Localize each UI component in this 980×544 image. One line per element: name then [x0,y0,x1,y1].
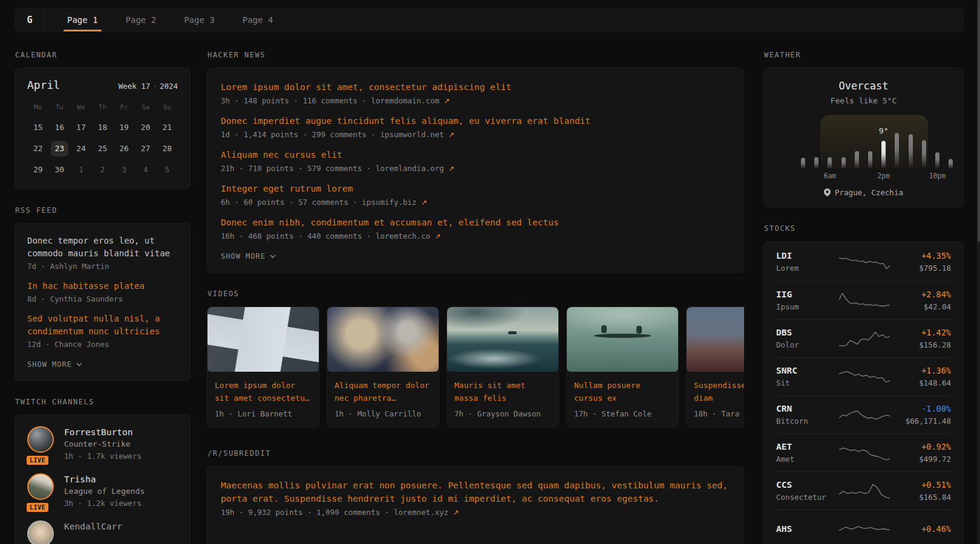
stock-sparkline [839,404,890,425]
hackernews-item-domain-link[interactable]: loremlandia.org [376,164,444,173]
stock-sparkline-wrap [835,328,893,349]
video-title-link[interactable]: Nullam posuerecursus ex [574,379,671,404]
live-badge: LIVE [25,502,50,513]
video-text: Lorem ipsum dolorsit amet consectetu… 1h… [207,372,319,427]
hackernews-item-title-link[interactable]: Lorem ipsum dolor sit amet, consectetur … [221,80,730,94]
hackernews-item-domain-link[interactable]: ipsumworld.net [380,130,443,139]
video-title-link[interactable]: Aliquam tempor dolornec pharetra… [335,379,431,404]
subreddit-item-domain-link[interactable]: loremnet.xyz [394,508,448,517]
twitch-channel-name[interactable]: KendallCarr [64,520,122,533]
calendar-grid: MoTuWeThFrSaSu15161718192021222324252627… [27,101,178,178]
stock-sparkline [839,481,890,501]
rss-show-more-button[interactable]: SHOW MORE [27,360,82,369]
calendar-week-year: Week 17·2024 [119,82,178,91]
video-text: Suspendissediam 18h · Tara [687,372,744,427]
hackernews-section-title: HACKER NEWS [207,51,744,59]
stock-values: +4.35% $795.18 [893,250,951,274]
twitch-channel-row[interactable]: KendallCarr [27,520,178,544]
logo[interactable]: G [15,8,45,31]
twitch-channel-name[interactable]: ForrestBurton [64,426,142,438]
weather-bar [841,157,846,169]
video-thumbnail [207,307,319,372]
rss-item-title-link[interactable]: Donec tempor eros leo, ut commodo mauris… [27,235,178,260]
video-meta: 1h · Molly Carrillo [335,409,431,418]
stock-sparkline-wrap [835,481,893,501]
stock-ticker: AHS [776,523,835,535]
video-card[interactable]: Nullam posuerecursus ex 17h · Stefan Col… [566,306,679,427]
chevron-down-icon [76,363,82,366]
stock-identity: IIG Ipsum [776,289,835,312]
video-card[interactable]: Aliquam tempor dolornec pharetra… 1h · M… [327,306,439,427]
calendar-week: Week 17 [119,82,151,91]
stock-name: Lorem [776,263,835,274]
hackernews-item-title-link[interactable]: Integer eget rutrum lorem [221,182,730,195]
stocks-section-title: STOCKS [764,224,964,233]
stock-name: Ipsum [776,302,835,312]
rss-card: Donec tempor eros leo, ut commodo mauris… [15,223,191,381]
twitch-channel-viewers: 1h · 1.7k viewers [64,450,142,462]
hackernews-item-meta: 16h · 468 points · 440 comments · loremt… [221,232,730,241]
calendar-widget: CALENDAR April Week 17·2024 MoTuWeThFrSa… [15,51,191,189]
hackernews-item-domain-link[interactable]: ipsumify.biz [362,198,416,207]
twitch-channel-row[interactable]: LIVE Trisha League of Legends 3h · 1.2k … [27,473,178,509]
scrollbar-thumb[interactable] [978,0,980,242]
twitch-channel-name[interactable]: Trisha [64,473,145,485]
video-card[interactable]: Mauris sit ametmassa felis 7h · Grayson … [446,306,559,427]
video-meta: 7h · Grayson Dawson [454,409,551,418]
weather-widget: WEATHER Overcast Feels like 5°C 9° 6am2p… [763,51,964,207]
video-card[interactable]: Lorem ipsum dolorsit amet consectetu… 1h… [207,306,319,427]
calendar-day: 25 [94,141,112,157]
calendar-day: 16 [51,120,69,135]
tab-page-3[interactable]: Page 3 [170,8,229,31]
video-title-link[interactable]: Lorem ipsum dolorsit amet consectetu… [215,379,312,404]
weather-section-title: WEATHER [764,51,964,59]
hackernews-show-more-button[interactable]: SHOW MORE [221,252,276,261]
hackernews-item-domain-link[interactable]: loremdomain.com [371,96,439,105]
stocks-card: LDI Lorem +4.35% $795.18 IIG Ipsum +2.84… [763,241,964,544]
weather-location-row: Prague, Czechia [776,188,951,197]
stock-values: +2.84% $42.04 [893,289,951,312]
video-card[interactable]: Suspendissediam 18h · Tara [686,306,744,427]
hackernews-item-title-link[interactable]: Aliquam nec cursus elit [221,148,730,161]
video-thumbnail [327,307,439,372]
stock-values: +0.51% $165.84 [893,479,951,503]
weather-bar [801,158,805,169]
calendar-separator: · [150,82,160,91]
calendar-day: 21 [158,120,176,135]
stock-change: +1.36% [893,365,951,377]
subreddit-item: Maecenas mollis pulvinar erat non posuer… [221,479,730,517]
hackernews-item-title-link[interactable]: Donec imperdiet augue tincidunt felis al… [221,114,730,128]
stock-identity: LDI Lorem [776,250,835,274]
hackernews-item-domain-link[interactable]: loremtech.co [376,232,430,241]
calendar-day: 19 [115,120,133,135]
calendar-weekday: We [70,101,92,114]
page-tabs: Page 1Page 2Page 3Page 4 [53,8,287,31]
chevron-down-icon [270,254,276,258]
stock-values: +1.36% $148.64 [893,365,951,389]
weather-bar-current [881,141,886,169]
rss-item-title-link[interactable]: Sed volutpat nulla nisl, a condimentum n… [27,312,178,338]
twitch-channel-info: Trisha League of Legends 3h · 1.2k viewe… [64,473,145,509]
video-title-link[interactable]: Mauris sit ametmassa felis [454,379,551,404]
hackernews-item-title-link[interactable]: Donec enim nibh, condimentum et accumsan… [221,216,730,229]
tab-page-1[interactable]: Page 1 [53,8,112,31]
calendar-day: 28 [158,141,176,157]
top-navbar: G Page 1Page 2Page 3Page 4 [15,8,964,32]
subreddit-item-title-link[interactable]: Maecenas mollis pulvinar erat non posuer… [221,479,730,505]
twitch-channel-row[interactable]: LIVE ForrestBurton Counter-Strike 1h · 1… [27,426,178,462]
subreddit-widget: /R/SUBREDDIT Maecenas mollis pulvinar er… [207,449,744,544]
stocks-widget: STOCKS LDI Lorem +4.35% $795.18 IIG Ipsu… [763,224,964,544]
hackernews-item: Integer eget rutrum lorem 6h · 60 points… [221,182,730,207]
weather-bar [895,133,899,169]
tab-page-2[interactable]: Page 2 [112,8,171,31]
stock-change: +0.46% [893,523,951,535]
stock-sparkline-wrap [835,290,893,311]
calendar-day: 15 [29,120,47,135]
rss-item-title-link[interactable]: In hac habitasse platea [27,280,178,293]
video-thumbnail [567,307,678,372]
rss-show-more-label: SHOW MORE [27,360,72,369]
tab-page-4[interactable]: Page 4 [229,8,287,31]
stock-sparkline [839,519,890,539]
video-title-link[interactable]: Suspendissediam [694,379,744,404]
twitch-channel-info: KendallCarr [64,520,122,544]
